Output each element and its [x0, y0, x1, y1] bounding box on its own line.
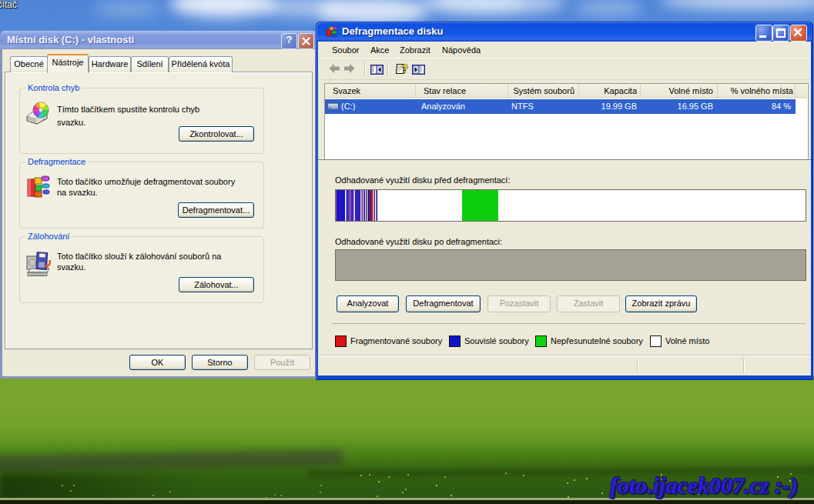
svg-text:?: ? — [401, 62, 408, 75]
